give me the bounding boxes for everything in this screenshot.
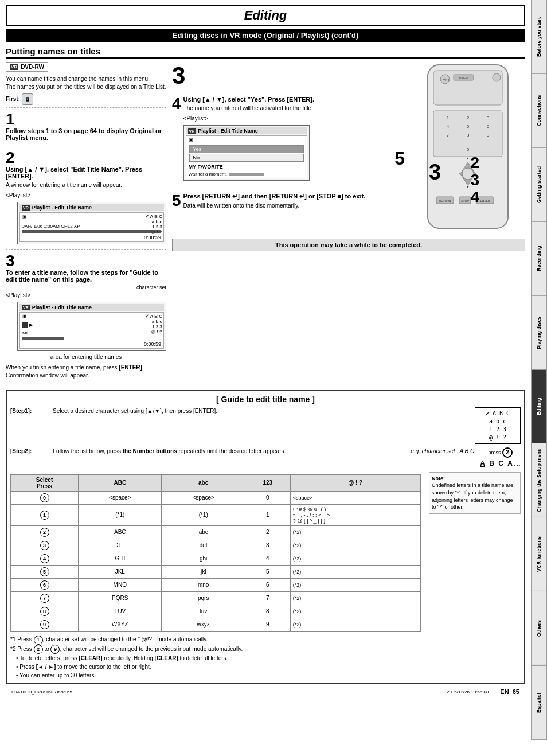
num123-cell: 0 [245,491,290,504]
note-box: Note: Undefined letters in a title name … [429,472,521,514]
main-content: Editing Editing discs in VR mode (Origin… [0,0,531,701]
svg-text:3: 3 [429,160,441,184]
footnote-3: • To delete letters, press [CLEAR] repea… [16,654,521,663]
abc-lower-cell: abc [162,525,245,539]
tab-recording[interactable]: Recording [531,222,547,296]
footnote-1: *1 Press 1, character set will be change… [10,635,521,645]
table-and-note: Select Press ABC abc 123 @ ! ? 0<space><… [10,472,521,632]
tab-espanol[interactable]: Español [531,665,547,740]
abc-cell: <space> [79,491,162,504]
special-cell: ! " # $ % & ' ( ) * + , - . / : ; < = > … [290,504,420,525]
key-cell: 4 [11,552,79,565]
svg-text:2: 2 [467,115,470,120]
key-circle: 6 [40,580,49,590]
char-set-label: character set [6,285,166,290]
abc-cell: GHI [79,552,162,565]
dvd-logo: VR DVD-RW [6,62,48,72]
key-cell: 7 [11,591,79,605]
key-circle: 8 [40,607,49,616]
right-column: PWR TIMER 1 2 3 4 5 [172,62,525,384]
tab-others[interactable]: Others [531,591,547,665]
svg-text:9: 9 [487,133,490,138]
playlist-box-2-title: VR Playlist - Edit Title Name [19,304,164,311]
no-option[interactable]: No [189,154,304,162]
num123-cell: 6 [245,578,290,591]
table-row: 6MNOmno6(*2) [11,578,421,591]
key-circle: 7 [40,594,49,603]
remote-illustration: PWR TIMER 1 2 3 4 5 [411,62,525,235]
step-1-title: Follow steps 1 to 3 on page 64 to displa… [6,127,166,141]
playlist-box-2-label: MI [22,330,161,336]
tab-editing[interactable]: Editing [531,370,547,444]
left-column: VR DVD-RW You can name titles and change… [6,62,166,384]
side-tabs: Before you start Connections Getting sta… [531,0,547,740]
svg-text:STOP: STOP [461,199,469,202]
key-cell: 6 [11,578,79,591]
step-4-desc: The name you entered will be activated f… [183,104,314,112]
step-2-number: 2 [6,149,15,166]
tab-playing-discs[interactable]: Playing discs [531,296,547,370]
svg-text:5: 5 [467,124,470,129]
abc-cell: (*1) [79,504,162,525]
svg-text:6: 6 [487,124,490,129]
num123-cell: 4 [245,552,290,565]
guide-step-2-label: [Step2]: [10,448,32,454]
playlist-box-1-title: VR Playlist - Edit Title Name [19,204,164,211]
svg-text:0: 0 [467,147,470,152]
key-cell: 5 [11,565,79,578]
tab-getting-started[interactable]: Getting started [531,148,547,222]
abc-cell: JKL [79,565,162,578]
key-circle: 9 [40,620,49,629]
press-demo: press 2 A B C A… [480,447,521,469]
step-3-title: To enter a title name, follow the steps … [6,269,166,283]
progress-bar-3 [229,173,264,176]
section-heading: Putting names on titles [6,46,525,59]
step-3-block: 3 To enter a title name, follow the step… [6,249,166,380]
yes-no-options: Yes No [189,145,304,163]
table-row: 5JKLjkl5(*2) [11,565,421,578]
vr-label: VR [10,64,18,70]
footnote-2: *2 Press 2 to 9, character set will be c… [10,645,521,654]
wait-label: Wait for a moment. [189,170,304,177]
key-circle: 0 [40,493,49,502]
abc-lower-cell: (*1) [162,504,245,525]
key-circle: 1 [40,511,49,520]
yes-option[interactable]: Yes [189,145,304,153]
tab-before-you-start[interactable]: Before you start [531,0,547,74]
num123-cell: 8 [245,605,290,618]
key-cell: 0 [11,491,79,504]
subtitle-bar: Editing discs in VR mode (Original / Pla… [6,29,525,42]
special-cell: <space> [290,491,420,504]
abc-cell: DEF [79,539,162,552]
char-table: Select Press ABC abc 123 @ ! ? 0<space><… [10,474,421,632]
step-4-playlist: <Playlist> [183,115,314,123]
intro-text: You can name titles and change the names… [6,75,166,91]
key-circle: 5 [40,567,49,576]
step-2-title: Using [▲ / ▼], select "Edit Title Name".… [6,166,166,180]
tab-connections[interactable]: Connections [531,74,547,148]
abc-lower-cell: def [162,539,245,552]
key-circle: 4 [40,554,49,563]
note-text: Undefined letters in a title name are sh… [432,482,513,510]
guide-title: [ Guide to edit title name ] [10,395,521,404]
key-cell: 2 [11,525,79,539]
guide-step-2-row: [Step2]: Follow the list below, press th… [10,447,521,469]
abc-lower-cell: ghi [162,552,245,565]
step-3-playlist-label: <Playlist> [6,291,166,299]
vr-icon-3: VR [188,128,196,134]
special-cell: (*2) [290,591,420,605]
tab-setup-menu[interactable]: Changing the Setup menu [531,443,547,517]
tab-vcr-functions[interactable]: VCR functions [531,517,547,591]
remote-icon: 📱 [22,93,33,105]
footnote-5: • You can enter up to 30 letters. [16,671,521,680]
abc-cell: PQRS [79,591,162,605]
col-header-abc: ABC [79,474,162,491]
abc-indicator: ✔ A B C a b c 1 2 3 @ ! ? [475,407,521,444]
step-5-desc: Data will be written onto the disc momen… [183,202,366,210]
svg-text:8: 8 [467,133,470,138]
special-cell: (*2) [290,552,420,565]
abc-cell: WXYZ [79,618,162,631]
footnotes: *1 Press 1, character set will be change… [10,635,521,680]
guide-step-1-label: [Step1]: [10,408,32,414]
special-cell: (*2) [290,605,420,618]
